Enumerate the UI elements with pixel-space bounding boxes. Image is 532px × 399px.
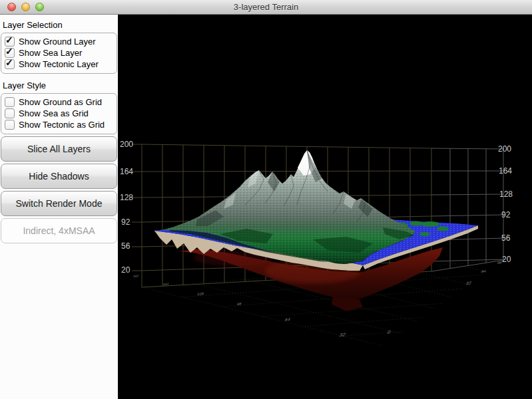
right-axis-tick: 164: [499, 166, 512, 176]
layer-style-heading: Layer Style: [0, 75, 118, 93]
right-axis-tick: 92: [501, 210, 510, 219]
window-title: 3-layered Terrain: [0, 2, 532, 12]
checkbox-show-ground-layer[interactable]: ✓ Show Ground Layer: [5, 36, 117, 47]
left-axis-tick: 56: [121, 241, 130, 251]
layer-selection-heading: Layer Selection: [0, 15, 118, 33]
right-axis-tick: 128: [499, 190, 513, 199]
app-window: 3-layered Terrain Layer Selection ✓ Show…: [0, 0, 532, 399]
left-axis-tick: 20: [121, 265, 130, 275]
checkbox-label: Show Tectonic Layer: [19, 59, 99, 69]
terrain-viewport[interactable]: 200 164 128 92 56 20 200 164 128 92 56 2…: [118, 15, 532, 399]
left-axis-tick: 128: [120, 193, 133, 202]
minimize-button[interactable]: [21, 3, 30, 11]
checkbox-box[interactable]: ✓: [5, 59, 15, 69]
check-icon: ✓: [5, 57, 13, 68]
close-button[interactable]: [7, 3, 16, 11]
checkbox-label: Show Ground as Grid: [19, 97, 102, 107]
checkbox-sea-as-grid[interactable]: Show Sea as Grid: [5, 108, 117, 119]
window-titlebar: 3-layered Terrain: [0, 0, 532, 15]
hide-shadows-button[interactable]: Hide Shadows: [1, 164, 117, 189]
checkbox-box[interactable]: ✓: [5, 48, 15, 58]
left-axis-tick: 164: [120, 167, 133, 176]
checkbox-label: Show Ground Layer: [19, 37, 96, 47]
checkbox-label: Show Tectonic as Grid: [19, 120, 105, 130]
layer-selection-group: ✓ Show Ground Layer ✓ Show Sea Layer ✓ S…: [1, 33, 117, 74]
checkbox-ground-as-grid[interactable]: Show Ground as Grid: [5, 96, 117, 108]
checkbox-box[interactable]: [5, 120, 15, 130]
checkbox-box[interactable]: [5, 108, 15, 118]
checkbox-label: Show Sea as Grid: [19, 108, 89, 118]
check-icon: ✓: [5, 35, 13, 45]
checkbox-box[interactable]: ✓: [5, 37, 15, 47]
sidebar: Layer Selection ✓ Show Ground Layer ✓ Sh…: [0, 15, 118, 399]
left-axis-tick: 200: [120, 140, 133, 149]
check-icon: ✓: [5, 46, 13, 57]
checkbox-show-sea-layer[interactable]: ✓ Show Sea Layer: [5, 47, 117, 59]
switch-render-mode-button[interactable]: Switch Render Mode: [1, 191, 117, 216]
terrain-3d-scene: [118, 15, 532, 399]
checkbox-label: Show Sea Layer: [19, 48, 82, 58]
right-axis-tick: 20: [502, 255, 511, 264]
slice-all-layers-button[interactable]: Slice All Layers: [1, 136, 117, 162]
render-mode-status-text: Indirect, 4xMSAA: [23, 225, 95, 236]
checkbox-box[interactable]: [5, 97, 15, 107]
layer-style-group: Show Ground as Grid Show Sea as Grid Sho…: [1, 93, 117, 134]
traffic-lights: [7, 3, 44, 11]
checkbox-tectonic-as-grid[interactable]: Show Tectonic as Grid: [5, 119, 117, 130]
right-axis-tick: 200: [498, 144, 511, 154]
checkbox-show-tectonic-layer[interactable]: ✓ Show Tectonic Layer: [5, 59, 117, 70]
right-axis-tick: 56: [501, 233, 510, 243]
render-mode-status: Indirect, 4xMSAA: [1, 218, 117, 243]
left-axis-tick: 92: [121, 217, 130, 227]
zoom-button[interactable]: [35, 3, 44, 11]
wall-grid-right: [431, 148, 504, 271]
